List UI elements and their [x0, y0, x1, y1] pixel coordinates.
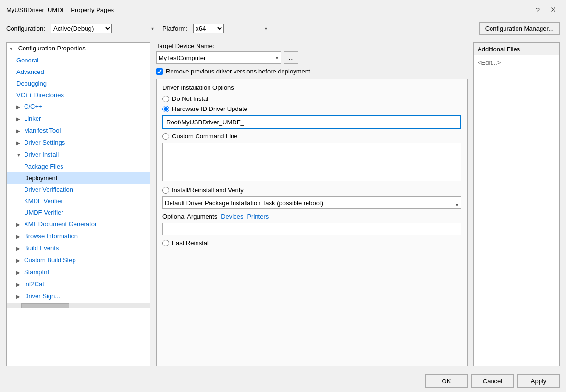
custombuild-expand-icon: ▶: [16, 256, 22, 266]
xmldoc-expand-icon: ▶: [16, 220, 22, 230]
dialog-title: MyUSBDriver_UMDF_ Property Pages: [6, 6, 114, 13]
driver-options-title: Driver Installation Options: [162, 84, 461, 91]
browse-button[interactable]: ...: [284, 51, 298, 64]
printers-link[interactable]: Printers: [247, 213, 269, 220]
driversign-expand-icon: ▶: [16, 292, 22, 302]
remove-prev-checkbox[interactable]: [156, 68, 163, 75]
install-reinstall-row: Install/Reinstall and Verify: [162, 186, 461, 194]
buildevents-expand-icon: ▶: [16, 244, 22, 254]
sidebar-item-cpp[interactable]: ▶C/C++: [7, 101, 150, 113]
property-pages-dialog: MyUSBDriver_UMDF_ Property Pages ? ✕ Con…: [0, 0, 566, 392]
linker-expand-icon: ▶: [16, 114, 22, 124]
driver-options-box: Driver Installation Options Do Not Insta…: [156, 79, 468, 366]
custom-cmd-radio[interactable]: [162, 133, 169, 140]
opt-args-label: Optional Arguments: [162, 213, 217, 220]
hw-id-radio[interactable]: [162, 106, 169, 112]
sidebar-item-deployment[interactable]: Deployment: [7, 172, 150, 184]
additional-files-title: Additional Files: [474, 43, 559, 55]
custom-cmd-row: Custom Command Line: [162, 133, 461, 140]
title-bar: MyUSBDriver_UMDF_ Property Pages ? ✕: [0, 0, 566, 18]
hw-id-row: Hardware ID Driver Update: [162, 105, 461, 112]
hw-id-label: Hardware ID Driver Update: [172, 105, 247, 112]
sidebar-item-browse-info[interactable]: ▶Browse Information: [7, 231, 150, 243]
sidebar-item-manifest-tool[interactable]: ▶Manifest Tool: [7, 125, 150, 137]
hw-id-input[interactable]: [162, 115, 461, 129]
close-button[interactable]: ✕: [546, 4, 560, 15]
configuration-select[interactable]: Active(Debug): [51, 24, 112, 33]
drvinstall-expand-icon: ▼: [16, 150, 22, 160]
apply-button[interactable]: Apply: [517, 374, 560, 388]
manifest-expand-icon: ▶: [16, 126, 22, 136]
remove-prev-row: Remove previous driver versions before d…: [156, 68, 468, 75]
additional-files-edit[interactable]: <Edit...>: [474, 55, 559, 70]
inf2cat-expand-icon: ▶: [16, 280, 22, 290]
install-reinstall-label: Install/Reinstall and Verify: [172, 186, 244, 194]
remove-prev-label: Remove previous driver versions before d…: [166, 68, 310, 75]
do-not-install-row: Do Not Install: [162, 95, 461, 102]
sidebar-item-driver-install[interactable]: ▼Driver Install: [7, 149, 150, 161]
sidebar-item-driver-settings[interactable]: ▶Driver Settings: [7, 137, 150, 149]
cpp-expand-icon: ▶: [16, 102, 22, 112]
tree-root[interactable]: ▼ Configuration Properties: [7, 43, 150, 55]
tree-scrollbar[interactable]: [7, 303, 150, 308]
main-content: ▼ Configuration Properties General Advan…: [0, 38, 566, 370]
expand-icon: ▼: [9, 44, 14, 54]
install-options-select[interactable]: Default Driver Package Installation Task…: [162, 196, 461, 209]
cancel-button[interactable]: Cancel: [471, 374, 514, 388]
fast-reinstall-label: Fast Reinstall: [172, 239, 210, 246]
sidebar-item-custom-build[interactable]: ▶Custom Build Step: [7, 255, 150, 267]
opt-args-row: Optional Arguments Devices Printers: [162, 213, 461, 220]
fast-reinstall-row: Fast Reinstall: [162, 239, 461, 246]
sidebar-item-driversign[interactable]: ▶Driver Sign...: [7, 291, 150, 303]
sidebar-item-package-files[interactable]: Package Files: [7, 161, 150, 172]
config-label: Configuration:: [6, 25, 45, 32]
sidebar-item-general[interactable]: General: [7, 55, 150, 66]
title-bar-controls: ? ✕: [531, 4, 560, 15]
stampinf-expand-icon: ▶: [16, 268, 22, 278]
sidebar-item-inf2cat[interactable]: ▶Inf2Cat: [7, 279, 150, 291]
sidebar-item-build-events[interactable]: ▶Build Events: [7, 243, 150, 255]
sidebar-item-kmdf-verifier[interactable]: KMDF Verifier: [7, 196, 150, 207]
additional-files-panel: Additional Files <Edit...>: [473, 42, 560, 366]
bottom-bar: OK Cancel Apply: [0, 370, 566, 392]
sidebar-item-linker[interactable]: ▶Linker: [7, 113, 150, 125]
sidebar-item-driver-verification[interactable]: Driver Verification: [7, 184, 150, 196]
do-not-install-label: Do Not Install: [172, 95, 209, 102]
browse-expand-icon: ▶: [16, 232, 22, 242]
scrollbar-knob[interactable]: [21, 303, 69, 308]
target-device-section: Target Device Name: MyTestComputer ...: [156, 42, 468, 64]
sidebar-item-vc-dirs[interactable]: VC++ Directories: [7, 89, 150, 101]
target-device-select[interactable]: MyTestComputer: [156, 51, 281, 64]
platform-select[interactable]: x64: [193, 24, 224, 33]
install-options-wrapper: Default Driver Package Installation Task…: [162, 196, 461, 213]
tree-panel: ▼ Configuration Properties General Advan…: [6, 42, 150, 366]
do-not-install-radio[interactable]: [162, 96, 169, 102]
fast-reinstall-radio[interactable]: [162, 240, 169, 246]
config-manager-button[interactable]: Configuration Manager...: [479, 22, 560, 35]
drvsettings-expand-icon: ▶: [16, 138, 22, 148]
install-reinstall-radio[interactable]: [162, 187, 169, 194]
devices-link[interactable]: Devices: [221, 213, 243, 220]
help-button[interactable]: ?: [531, 4, 544, 15]
sidebar-item-stampinf[interactable]: ▶StampInf: [7, 267, 150, 279]
custom-cmd-label: Custom Command Line: [172, 133, 238, 140]
sidebar-item-umdf-verifier[interactable]: UMDF Verifier: [7, 207, 150, 219]
sidebar-item-advanced[interactable]: Advanced: [7, 66, 150, 78]
target-device-label: Target Device Name:: [156, 42, 468, 49]
opt-args-input[interactable]: [162, 223, 461, 235]
ok-button[interactable]: OK: [425, 374, 468, 388]
platform-label: Platform:: [162, 25, 187, 32]
sidebar-item-debugging[interactable]: Debugging: [7, 78, 150, 89]
sidebar-item-xml-doc[interactable]: ▶XML Document Generator: [7, 219, 150, 231]
tree-root-label: Configuration Properties: [18, 45, 86, 52]
custom-cmd-textarea[interactable]: [162, 143, 461, 181]
config-bar: Configuration: Active(Debug) Platform: x…: [0, 18, 566, 38]
target-device-row: MyTestComputer ...: [156, 51, 468, 64]
